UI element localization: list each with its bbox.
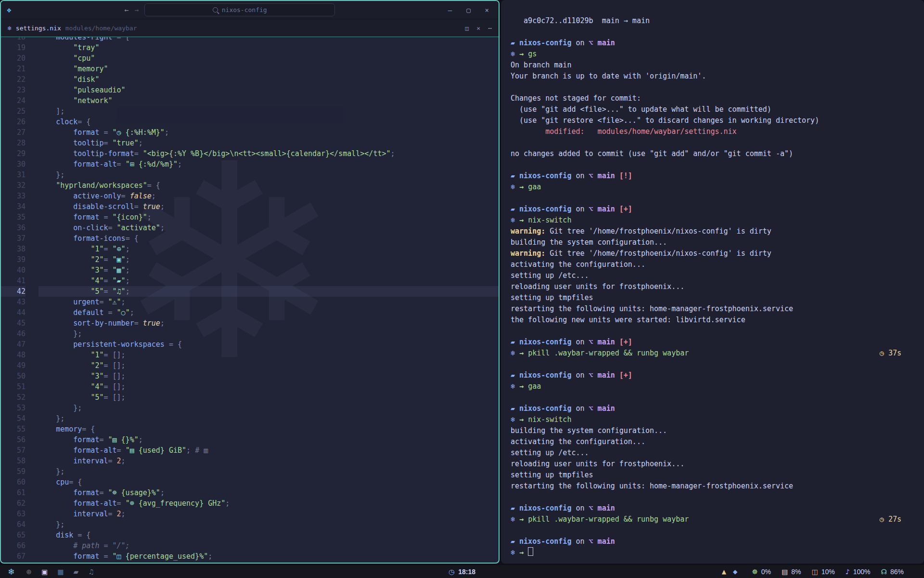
maximize-button[interactable]: ▢: [466, 6, 470, 14]
code-line[interactable]: "tray": [38, 42, 499, 53]
terminal-line: ❄ → gs: [511, 49, 901, 60]
code-line[interactable]: "3"= "▦";: [38, 265, 499, 276]
bar-module-cpu[interactable]: ☸0%: [752, 568, 771, 576]
code-line[interactable]: format-alt= "⊞ {:%d/%m}";: [38, 159, 499, 170]
nixos-logo-icon[interactable]: ❄: [8, 567, 14, 577]
tray-item-2-icon[interactable]: ◆: [733, 568, 737, 575]
close-button[interactable]: ×: [485, 6, 489, 14]
code-line[interactable]: interval= 2;: [38, 509, 499, 519]
code-line[interactable]: tooltip-format= "<big>{:%Y %B}</big>\n<t…: [38, 148, 499, 159]
code-line[interactable]: persistent-workspaces = {: [38, 339, 499, 350]
terminal-line: ▰ nixos-config on ⌥ main: [511, 536, 901, 547]
code-line[interactable]: };: [38, 403, 499, 413]
tab-filename[interactable]: settings.nix: [16, 25, 61, 32]
code-line[interactable]: interval= 60;: [38, 562, 499, 563]
bar-module-network[interactable]: ☊86%: [881, 568, 904, 576]
code-line[interactable]: "3"= [];: [38, 371, 499, 381]
code-line[interactable]: "1"= "⊕";: [38, 244, 499, 254]
code-line[interactable]: };: [38, 170, 499, 180]
code-line[interactable]: "cpu": [38, 53, 499, 64]
code-line[interactable]: "5"= [];: [38, 392, 499, 403]
terminal-line: ❄ → gaa: [511, 381, 901, 392]
code-line[interactable]: cpu= {: [38, 477, 499, 487]
code-line[interactable]: };: [38, 466, 499, 477]
code-line[interactable]: disk = {: [38, 530, 499, 540]
code-lines: modules-right = [ "tray" "cpu" "memory" …: [32, 37, 499, 563]
bar-module-disk[interactable]: ◫10%: [812, 568, 835, 576]
code-line[interactable]: default = "○";: [38, 307, 499, 318]
bar-right: ▲◆ ☸0%▤8%◫10%♪100%☊86%: [722, 568, 904, 576]
code-line[interactable]: format = "◫ {percentage_used}%";: [38, 551, 499, 562]
code-line[interactable]: format = "◷ {:%H:%M}";: [38, 127, 499, 138]
line-number: 46: [1, 328, 26, 339]
code-line[interactable]: disable-scroll= true;: [38, 201, 499, 212]
project-name: nixos-config: [222, 6, 267, 13]
line-number: 66: [1, 540, 26, 551]
line-number: 60: [1, 477, 26, 487]
forward-button[interactable]: →: [134, 6, 139, 14]
network-icon: ☊: [881, 568, 887, 576]
code-line[interactable]: "5"= "♫";: [38, 286, 499, 297]
code-line[interactable]: "2"= "▣";: [38, 254, 499, 265]
code-line[interactable]: "1"= [];: [38, 350, 499, 360]
code-line[interactable]: "4"= "▰";: [38, 276, 499, 286]
tray-item-1-icon[interactable]: ▲: [722, 568, 726, 575]
line-number: 21: [1, 64, 26, 74]
code-line[interactable]: format-alt= "☸ {avg_frequency} GHz";: [38, 498, 499, 509]
code-line[interactable]: clock= {: [38, 117, 499, 127]
code-line[interactable]: "pulseaudio": [38, 85, 499, 95]
terminal-line: ❄ → pkill .waybar-wrapped && runbg wayba…: [511, 348, 901, 359]
code-line[interactable]: active-only= false;: [38, 191, 499, 201]
terminal-line: ▰ nixos-config on ⌥ main [!]: [511, 171, 901, 182]
back-button[interactable]: ←: [124, 6, 128, 14]
terminal-line: ❄ → nix-switch: [511, 414, 901, 425]
terminal-line: [511, 82, 901, 93]
code-line[interactable]: "network": [38, 95, 499, 106]
workspace-1-browser-icon[interactable]: ⊕: [26, 568, 32, 576]
tab-close-icon[interactable]: ×: [476, 25, 480, 32]
workspace-4-files-icon[interactable]: ▰: [73, 568, 78, 576]
minimize-button[interactable]: —: [448, 6, 452, 14]
code-line[interactable]: "memory": [38, 64, 499, 74]
code-line[interactable]: # path = "/";: [38, 540, 499, 551]
terminal-line: reloading user units for frostphoenix...: [511, 459, 901, 470]
code-line[interactable]: urgent= "⚠";: [38, 297, 499, 307]
code-line[interactable]: interval= 2;: [38, 456, 499, 466]
code-line[interactable]: format-icons= {: [38, 233, 499, 244]
workspace-5-music-icon[interactable]: ♫: [88, 568, 94, 576]
line-number: 18: [1, 37, 26, 42]
code-line[interactable]: ];: [38, 106, 499, 117]
split-editor-icon[interactable]: ◫: [465, 25, 469, 32]
code-line[interactable]: format-alt= "▤ {used} GiB"; # ▥: [38, 445, 499, 456]
code-line[interactable]: };: [38, 413, 499, 424]
code-line[interactable]: tooltip= "true";: [38, 138, 499, 148]
code-line[interactable]: "hyprland/workspaces"= {: [38, 180, 499, 191]
workspace-3-media-icon[interactable]: ▦: [57, 568, 64, 576]
terminal-line: ❄ →: [511, 547, 901, 558]
code-line[interactable]: };: [38, 328, 499, 339]
code-line[interactable]: "4"= [];: [38, 381, 499, 392]
terminal-line: ❄ → nix-switch: [511, 215, 901, 226]
code-line[interactable]: memory= {: [38, 424, 499, 434]
editor-body[interactable]: ❄ 18192021222324252627282930313233343536…: [1, 37, 499, 563]
terminal-window[interactable]: a9c0c72..d11029b main → main▰ nixos-conf…: [501, 0, 924, 564]
bar-module-memory[interactable]: ▤8%: [782, 568, 801, 576]
terminal-line: ❄ → gaa: [511, 182, 901, 193]
workspace-2-terminal-icon[interactable]: ▣: [41, 568, 48, 576]
clock-module[interactable]: ◷ 18:18: [449, 568, 475, 576]
code-line[interactable]: format= "☸ {usage}%";: [38, 487, 499, 498]
code-line[interactable]: };: [38, 519, 499, 530]
more-options-icon[interactable]: ⋯: [488, 25, 492, 32]
code-line[interactable]: "disk": [38, 74, 499, 85]
bar-module-volume[interactable]: ♪100%: [846, 568, 871, 576]
window-controls: — ▢ ×: [448, 6, 493, 14]
project-search[interactable]: nixos-config: [144, 3, 335, 16]
terminal-line: warning: Git tree '/home/frostphoenix/ni…: [511, 226, 901, 237]
code-line[interactable]: format= "▤ {}%";: [38, 434, 499, 445]
code-line[interactable]: modules-right = [: [38, 37, 499, 42]
code-line[interactable]: sort-by-number= true;: [38, 318, 499, 328]
code-line[interactable]: on-click= "activate";: [38, 223, 499, 233]
terminal-line: ▰ nixos-config on ⌥ main [+]: [511, 337, 901, 348]
code-line[interactable]: "2"= [];: [38, 360, 499, 371]
code-line[interactable]: format = "{icon}";: [38, 212, 499, 223]
